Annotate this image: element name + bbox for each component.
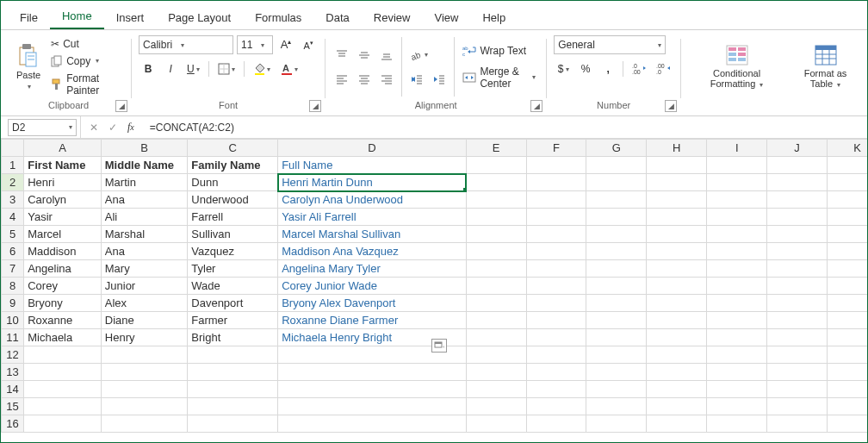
cell-empty[interactable] [466,415,526,433]
cell-empty[interactable] [586,364,647,381]
alignment-dialog-launcher[interactable]: ◢ [530,100,542,112]
cell-c2[interactable]: Dunn [188,174,278,191]
cell-a1[interactable]: First Name [24,157,102,174]
cell-d7[interactable]: Angelina Mary Tyler [278,260,466,278]
cell-d9[interactable]: Bryony Alex Davenport [278,295,466,312]
align-middle-button[interactable] [355,46,374,65]
cell-c5[interactable]: Sullivan [188,226,278,243]
cell-empty[interactable] [828,243,867,260]
cell-empty[interactable] [647,243,707,260]
comma-format-button[interactable]: , [598,59,617,78]
format-as-table-button[interactable]: Format as Table ▾ [789,42,862,91]
cell-empty[interactable] [24,346,102,364]
conditional-formatting-button[interactable]: Conditional Formatting ▾ [688,42,785,91]
cell-empty[interactable] [526,191,586,209]
font-dialog-launcher[interactable]: ◢ [309,100,321,112]
cell-empty[interactable] [278,364,466,381]
cell-empty[interactable] [828,329,867,346]
autofill-options-button[interactable]: + [431,339,447,353]
cell-empty[interactable] [707,260,767,278]
paste-button[interactable]: Paste▾ [13,41,44,93]
font-color-button[interactable]: A▾ [277,59,301,78]
cell-empty[interactable] [647,329,707,346]
merge-center-button[interactable]: Merge & Center ▾ [459,64,539,91]
cell-c4[interactable]: Farrell [188,209,278,226]
cell-b5[interactable]: Marshal [101,226,188,243]
tab-help[interactable]: Help [470,6,518,29]
cell-empty[interactable] [828,312,867,329]
cell-empty[interactable] [466,278,526,295]
fill-color-button[interactable]: ▾ [250,59,274,78]
accounting-format-button[interactable]: $▾ [554,59,573,78]
cell-empty[interactable] [828,260,867,278]
row-header-8[interactable]: 8 [2,278,24,295]
cell-empty[interactable] [707,329,767,346]
cell-empty[interactable] [466,157,526,174]
cell-empty[interactable] [707,191,767,209]
cell-empty[interactable] [586,278,647,295]
cell-empty[interactable] [466,398,526,415]
formula-input[interactable]: =CONCAT(A2:C2) [143,122,867,134]
cell-empty[interactable] [647,260,707,278]
cell-a8[interactable]: Corey [24,278,102,295]
select-all-corner[interactable] [2,140,24,157]
cell-empty[interactable] [647,364,707,381]
cell-empty[interactable] [767,226,828,243]
cell-empty[interactable] [278,398,466,415]
cell-empty[interactable] [526,346,586,364]
cell-empty[interactable] [647,191,707,209]
cell-empty[interactable] [586,191,647,209]
clipboard-dialog-launcher[interactable]: ◢ [115,100,127,112]
cell-b4[interactable]: Ali [101,209,188,226]
align-center-button[interactable] [355,70,374,89]
cell-b9[interactable]: Alex [101,295,188,312]
decrease-indent-button[interactable] [407,70,426,89]
cell-empty[interactable] [526,381,586,398]
cell-empty[interactable] [767,174,828,191]
col-header-a[interactable]: A [24,140,102,157]
cell-empty[interactable] [466,226,526,243]
row-header-7[interactable]: 7 [2,260,24,278]
enter-formula-button[interactable]: ✓ [108,122,117,134]
cell-empty[interactable] [707,157,767,174]
align-right-button[interactable] [377,70,396,89]
cell-empty[interactable] [828,174,867,191]
cell-empty[interactable] [586,174,647,191]
borders-button[interactable]: ▾ [214,59,239,78]
cell-empty[interactable] [586,381,647,398]
cell-empty[interactable] [586,312,647,329]
cell-empty[interactable] [707,415,767,433]
row-header-5[interactable]: 5 [2,226,24,243]
cell-a10[interactable]: Roxanne [24,312,102,329]
decrease-font-button[interactable]: A▾ [299,35,318,54]
row-header-2[interactable]: 2 [2,174,24,191]
increase-indent-button[interactable] [430,70,449,89]
cell-empty[interactable] [188,381,278,398]
cell-empty[interactable] [101,415,188,433]
format-painter-button[interactable]: Format Painter [47,71,124,98]
cell-empty[interactable] [767,157,828,174]
col-header-g[interactable]: G [586,140,647,157]
cell-c9[interactable]: Davenport [188,295,278,312]
tab-data[interactable]: Data [313,6,361,29]
copy-button[interactable]: Copy ▾ [47,53,124,69]
cell-empty[interactable] [828,364,867,381]
cell-empty[interactable] [767,243,828,260]
cell-empty[interactable] [278,415,466,433]
cut-button[interactable]: ✂ Cut [47,36,124,52]
row-header-1[interactable]: 1 [2,157,24,174]
tab-view[interactable]: View [422,6,470,29]
cell-empty[interactable] [188,364,278,381]
cell-empty[interactable] [586,209,647,226]
cell-b3[interactable]: Ana [101,191,188,209]
cell-empty[interactable] [767,398,828,415]
align-bottom-button[interactable] [377,46,396,65]
cell-empty[interactable] [526,174,586,191]
cell-empty[interactable] [767,415,828,433]
number-dialog-launcher[interactable]: ◢ [665,100,677,112]
row-header-10[interactable]: 10 [2,312,24,329]
cell-empty[interactable] [101,364,188,381]
cell-empty[interactable] [526,243,586,260]
cell-empty[interactable] [828,209,867,226]
cell-empty[interactable] [647,398,707,415]
